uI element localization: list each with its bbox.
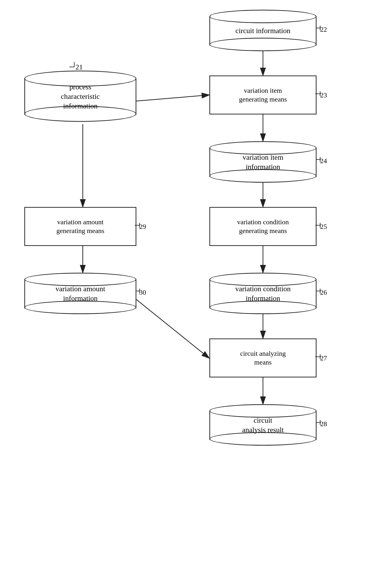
variation-item-information-node: variation iteminformation [210, 141, 316, 183]
variation-amount-information-node: variation amountinformation [24, 273, 136, 314]
variation-condition-information-node: variation conditioninformation [210, 273, 316, 314]
process-characteristic-information-node: processcharacteristicinformation [24, 70, 136, 122]
circuit-analysis-result-label: circuitanalysis result [210, 416, 316, 434]
process-characteristic-information-label: processcharacteristicinformation [24, 82, 136, 110]
variation-item-information-label: variation iteminformation [210, 152, 316, 172]
circuit-information-label: circuit information [210, 26, 316, 35]
circuit-analyzing-means-box: circuit analyzingmeans [210, 338, 316, 378]
variation-condition-information-label: variation conditioninformation [210, 284, 316, 303]
circuit-analysis-result-node: circuitanalysis result [210, 404, 316, 446]
ref-27-tick [314, 353, 326, 360]
ref-23-tick [314, 90, 326, 98]
diagram: circuit information 22 variation itemgen… [0, 0, 392, 581]
variation-amount-generating-means-box: variation amountgenerating means [24, 207, 136, 246]
ref-29-tick [134, 222, 146, 229]
variation-amount-generating-means-label: variation amountgenerating means [53, 216, 108, 237]
ref-25-tick [314, 222, 326, 229]
ref-21-tick [68, 61, 80, 68]
variation-item-generating-means-box: variation itemgenerating means [210, 76, 316, 114]
svg-line-7 [136, 95, 209, 101]
variation-condition-generating-means-box: variation conditiongenerating means [210, 207, 316, 246]
variation-condition-generating-means-label: variation conditiongenerating means [234, 216, 292, 237]
variation-item-generating-means-label: variation itemgenerating means [236, 85, 291, 105]
circuit-information-node: circuit information [210, 10, 316, 51]
variation-amount-information-label: variation amountinformation [24, 284, 136, 303]
svg-line-10 [136, 300, 209, 358]
circuit-analyzing-means-label: circuit analyzingmeans [236, 348, 289, 368]
